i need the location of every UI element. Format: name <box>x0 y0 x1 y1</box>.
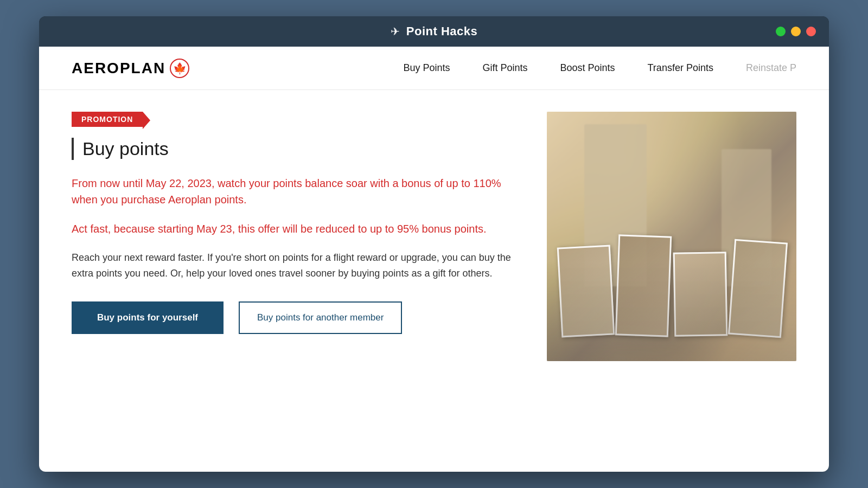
promo-text-1: From now until May 22, 2023, watch your … <box>72 175 525 208</box>
title-bar: ✈ Point Hacks <box>39 16 829 47</box>
button-row: Buy points for yourself Buy points for a… <box>72 301 525 334</box>
main-content: PROMOTION Buy points From now until May … <box>39 90 829 472</box>
nav-buy-points[interactable]: Buy Points <box>403 62 450 74</box>
nav-boost-points[interactable]: Boost Points <box>560 62 615 74</box>
promo-badge: PROMOTION <box>72 112 143 127</box>
buy-for-yourself-button[interactable]: Buy points for yourself <box>72 301 224 334</box>
page-content: AEROPLAN 🍁 Buy Points Gift Points Boost … <box>39 47 829 472</box>
promo-text-2: Act fast, because starting May 23, this … <box>72 221 525 237</box>
logo-text: AEROPLAN <box>72 60 165 77</box>
maximize-button[interactable] <box>776 27 786 36</box>
promo-badge-label: PROMOTION <box>81 115 133 124</box>
title-bar-content: ✈ Point Hacks <box>391 24 477 38</box>
close-button[interactable] <box>806 27 816 36</box>
nav-gift-points[interactable]: Gift Points <box>482 62 527 74</box>
plane-icon: ✈ <box>391 25 400 38</box>
hero-image <box>547 112 796 361</box>
photo-print-4 <box>727 239 787 338</box>
nav-transfer-points[interactable]: Transfer Points <box>648 62 713 74</box>
logo-area: AEROPLAN 🍁 <box>72 59 189 78</box>
minimize-button[interactable] <box>791 27 801 36</box>
content-right <box>547 112 796 450</box>
buy-for-another-button[interactable]: Buy points for another member <box>239 301 402 334</box>
window-controls <box>776 27 816 36</box>
nav-links: Buy Points Gift Points Boost Points Tran… <box>403 62 796 74</box>
photo-prints <box>559 224 784 336</box>
body-text: Reach your next reward faster. If you're… <box>72 250 525 282</box>
nav-header: AEROPLAN 🍁 Buy Points Gift Points Boost … <box>39 47 829 90</box>
page-title: Buy points <box>72 138 525 160</box>
logo-maple-icon: 🍁 <box>170 59 189 78</box>
browser-title: Point Hacks <box>406 24 477 38</box>
content-left: PROMOTION Buy points From now until May … <box>72 112 547 450</box>
nav-reinstate-points[interactable]: Reinstate P <box>746 62 796 74</box>
photo-print-1 <box>557 245 615 337</box>
browser-window: ✈ Point Hacks AEROPLAN 🍁 Buy Points Gift… <box>39 16 829 472</box>
photo-print-2 <box>615 234 671 337</box>
photo-print-3 <box>673 252 727 337</box>
